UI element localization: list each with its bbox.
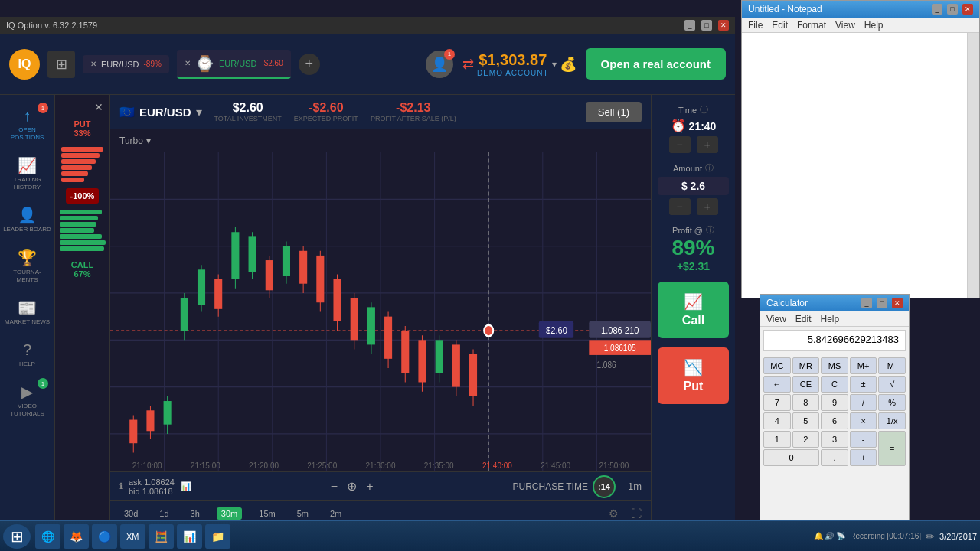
calc-5[interactable]: 5 xyxy=(792,412,820,429)
calc-back[interactable]: ← xyxy=(763,376,791,393)
calc-percent[interactable]: % xyxy=(878,394,906,411)
amount-minus-btn[interactable]: − xyxy=(669,198,691,215)
real-account-button[interactable]: Open a real account xyxy=(586,48,726,80)
zoom-center-btn[interactable]: ⊕ xyxy=(347,479,357,494)
sidebar-item-market-news[interactable]: 📰 MARKET NEWS xyxy=(0,292,54,332)
wallet-icon[interactable]: 💰 xyxy=(560,56,577,73)
put-button[interactable]: 📉 Put xyxy=(658,347,729,404)
calc-sqrt[interactable]: √ xyxy=(878,376,906,393)
calc-3[interactable]: 3 xyxy=(821,431,848,448)
balance-dropdown-icon[interactable]: ▾ xyxy=(552,59,557,70)
sidebar-item-leaderboard[interactable]: 👤 LEADER BOARD xyxy=(0,200,54,240)
period-label[interactable]: 1m xyxy=(628,481,642,492)
pair-dropdown-icon[interactable]: ▾ xyxy=(196,105,202,119)
chart-type-icon[interactable]: 📊 xyxy=(181,481,191,491)
calc-menu-edit[interactable]: Edit xyxy=(795,314,812,324)
taskbar-btn-calculator[interactable]: 🧮 xyxy=(149,524,174,549)
tab2-close-icon[interactable]: ✕ xyxy=(185,59,191,67)
calc-1[interactable]: 1 xyxy=(763,431,791,448)
calc-multiply[interactable]: × xyxy=(850,412,877,429)
taskbar-btn-iq[interactable]: 📊 xyxy=(177,524,202,549)
calc-6[interactable]: 6 xyxy=(821,412,848,429)
time-minus-btn[interactable]: − xyxy=(669,136,691,153)
calc-minus[interactable]: - xyxy=(850,431,877,448)
zoom-minus-btn[interactable]: − xyxy=(331,480,338,494)
amount-display[interactable]: $ 2.6 xyxy=(658,177,729,195)
calc-4[interactable]: 4 xyxy=(763,412,791,429)
notepad-menu-edit[interactable]: Edit xyxy=(772,20,788,31)
taskbar-btn-chrome[interactable]: 🔵 xyxy=(92,524,117,549)
sidebar-item-help[interactable]: ? HELP xyxy=(0,335,54,374)
call-button[interactable]: 📈 Call xyxy=(658,282,729,338)
calc-mc[interactable]: MC xyxy=(763,357,791,374)
calc-ce[interactable]: CE xyxy=(792,376,820,393)
notepad-menu-help[interactable]: Help xyxy=(864,20,884,31)
sidebar-item-trading-history[interactable]: 📈 TRADING HISTORY xyxy=(0,150,54,197)
tab-close-icon[interactable]: ✕ xyxy=(90,60,96,68)
calc-decimal[interactable]: . xyxy=(821,449,848,466)
svg-point-59 xyxy=(484,325,493,337)
close-btn[interactable]: ✕ xyxy=(718,20,729,31)
calc-close-btn[interactable]: ✕ xyxy=(892,298,903,308)
tab-eurusd-1[interactable]: ✕ EUR/USD -89% xyxy=(83,55,169,73)
notepad-max-btn[interactable]: □ xyxy=(947,4,958,15)
maximize-btn[interactable]: □ xyxy=(701,20,712,31)
chart-info-icon[interactable]: ℹ xyxy=(119,481,122,491)
calc-ms[interactable]: MS xyxy=(821,357,848,374)
calc-menu-help[interactable]: Help xyxy=(820,314,839,324)
notepad-menu-format[interactable]: Format xyxy=(797,20,826,31)
calc-0[interactable]: 0 xyxy=(763,449,819,466)
calc-m-minus[interactable]: M- xyxy=(878,357,906,374)
tf-30d[interactable]: 30d xyxy=(119,507,142,520)
taskbar-btn-xm[interactable]: XM xyxy=(120,524,145,549)
taskbar-btn-1[interactable]: 🌐 xyxy=(35,524,60,549)
notepad-min-btn[interactable]: _ xyxy=(932,4,942,15)
calc-divide[interactable]: / xyxy=(850,394,877,411)
calc-8[interactable]: 8 xyxy=(792,394,820,411)
notepad-scrollbar[interactable] xyxy=(967,33,979,298)
time-plus-btn[interactable]: + xyxy=(697,136,718,153)
fullscreen-icon[interactable]: ⛶ xyxy=(631,507,642,520)
pair-selector[interactable]: 🇪🇺 EUR/USD ▾ xyxy=(119,105,202,119)
calc-equals[interactable]: = xyxy=(878,431,906,466)
calc-min-btn[interactable]: _ xyxy=(861,298,872,308)
calc-plusminus[interactable]: ± xyxy=(850,376,877,393)
notepad-menu-view[interactable]: View xyxy=(835,20,855,31)
notepad-close-btn[interactable]: ✕ xyxy=(962,4,973,15)
calc-menu-view[interactable]: View xyxy=(766,314,786,324)
taskbar-btn-folder[interactable]: 📁 xyxy=(205,524,230,549)
calc-m-plus[interactable]: M+ xyxy=(850,357,877,374)
put-call-close[interactable]: ✕ xyxy=(94,101,103,113)
notepad-menu-file[interactable]: File xyxy=(748,20,763,31)
tf-15m[interactable]: 15m xyxy=(254,507,279,520)
taskbar-start-btn[interactable]: ⊞ xyxy=(3,524,31,549)
tf-2m[interactable]: 2m xyxy=(325,507,346,520)
tf-5m[interactable]: 5m xyxy=(292,507,313,520)
tf-3h[interactable]: 3h xyxy=(186,507,204,520)
chart-settings-icon[interactable]: ⚙ xyxy=(609,507,619,520)
tab-eurusd-2[interactable]: ✕ ⌚ EUR/USD -$2.60 xyxy=(177,50,291,79)
minimize-btn[interactable]: _ xyxy=(684,20,695,31)
amount-plus-btn[interactable]: + xyxy=(697,198,718,215)
taskbar-btn-firefox[interactable]: 🦊 xyxy=(64,524,89,549)
calc-7[interactable]: 7 xyxy=(763,394,791,411)
logo-button[interactable]: IQ xyxy=(9,49,40,80)
calc-mr[interactable]: MR xyxy=(792,357,820,374)
balance-wrapper[interactable]: ⇄ $1,303.87 DEMO ACCOUNT ▾ 💰 xyxy=(462,51,577,77)
add-tab-button[interactable]: + xyxy=(299,54,320,75)
tf-1d[interactable]: 1d xyxy=(155,507,173,520)
turbo-button[interactable]: Turbo ▾ xyxy=(119,135,151,146)
calc-9[interactable]: 9 xyxy=(821,394,848,411)
notepad-content[interactable] xyxy=(742,33,979,298)
calc-max-btn[interactable]: □ xyxy=(877,298,887,308)
calc-plus[interactable]: + xyxy=(850,449,877,466)
calc-c[interactable]: C xyxy=(821,376,848,393)
sidebar-item-tournaments[interactable]: 🏆 TOURNA-MENTS xyxy=(0,243,54,289)
grid-button[interactable]: ⊞ xyxy=(47,51,75,78)
calc-reciprocal[interactable]: 1/x xyxy=(878,412,906,429)
sell-button[interactable]: Sell (1) xyxy=(586,102,642,122)
tf-30m[interactable]: 30m xyxy=(217,507,242,520)
zoom-plus-btn[interactable]: + xyxy=(366,480,373,494)
chart-canvas[interactable]: $2.60 1.086 210 1.086105 1.086 21:10:00 … xyxy=(110,152,651,471)
calc-2[interactable]: 2 xyxy=(792,431,820,448)
